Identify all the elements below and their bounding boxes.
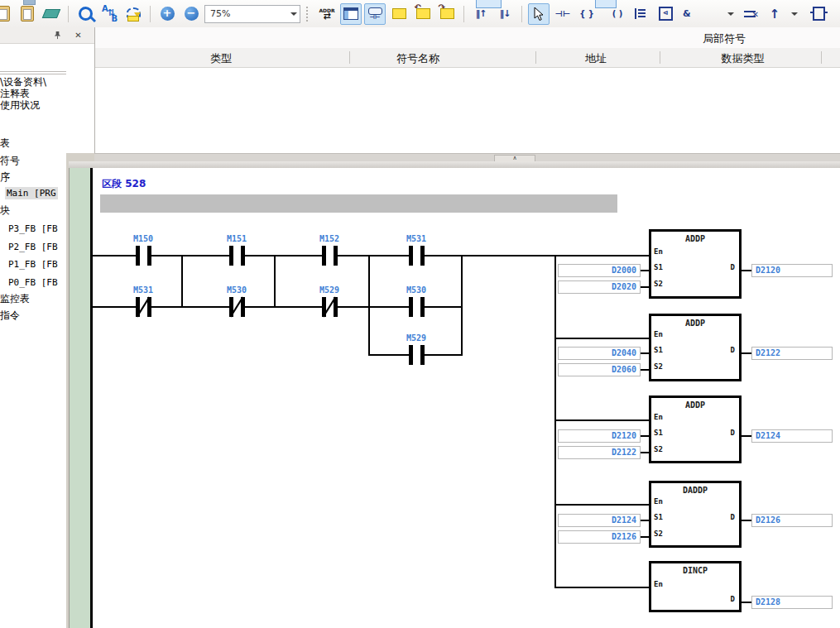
coil-icon: ( ): [612, 9, 623, 18]
zoom-out-button[interactable]: −: [180, 3, 202, 25]
move-up-icon: ↑: [770, 7, 780, 22]
fb-daddp[interactable]: DADDP En S1 S2 D: [649, 481, 742, 548]
erase-button[interactable]: [41, 3, 62, 25]
network-undo-left-button[interactable]: ↶: [412, 3, 434, 25]
pin-button[interactable]: [51, 29, 64, 41]
network-tool-button[interactable]: [631, 3, 652, 25]
comment-toggle-button[interactable]: ⊣⊢: [364, 3, 386, 25]
operand-s1[interactable]: D2124: [558, 514, 641, 527]
tree-item-programs[interactable]: 序: [0, 171, 10, 184]
network-undo-right-button[interactable]: ↷: [436, 3, 458, 25]
fb-title: DADDP: [651, 486, 739, 495]
contact-m530-nc[interactable]: M530: [215, 285, 258, 317]
symbol-table-toggle-button[interactable]: [340, 3, 362, 25]
fb-port-s1: S1: [654, 263, 663, 271]
tree-item-symbols[interactable]: 符号: [0, 155, 20, 167]
ladder-editor[interactable]: 区段 528 M150 M151 M152 M531 M531: [69, 168, 840, 628]
copy-button[interactable]: [0, 3, 14, 25]
contact-tool-button[interactable]: ⊣⊢: [552, 3, 574, 25]
operand-s1[interactable]: D2000: [558, 264, 641, 277]
contact-m529-no[interactable]: M529: [395, 333, 438, 365]
and-dropdown-button[interactable]: [724, 3, 737, 25]
contact-m531-no[interactable]: M531: [395, 234, 438, 266]
toolbar-separator: [306, 7, 310, 22]
zoom-dropdown-arrow[interactable]: [288, 7, 300, 22]
search-button[interactable]: [74, 3, 96, 25]
wire: [555, 504, 649, 506]
replace-button[interactable]: A⇅B: [98, 3, 120, 25]
operand-s2[interactable]: D2126: [558, 530, 641, 544]
contact-m530-no[interactable]: M530: [395, 285, 438, 317]
tree-item-device-data[interactable]: \设备资料\: [0, 76, 46, 89]
tree-item-table[interactable]: 表: [0, 137, 10, 150]
zoom-level-combobox[interactable]: 75%: [204, 5, 300, 23]
zoom-in-button[interactable]: +: [156, 3, 178, 25]
tree-item-usage-status[interactable]: 使用状况: [0, 99, 40, 112]
fb-port-s1: S1: [654, 513, 663, 521]
delete-network-button[interactable]: ✕: [740, 3, 761, 25]
column-separator: [535, 51, 536, 64]
goto-button[interactable]: [122, 3, 144, 25]
no-contact-symbol: [409, 297, 425, 317]
fb-addp-2[interactable]: ADDP En S1 S2 D: [649, 314, 742, 381]
operand-d[interactable]: D2126: [751, 514, 833, 527]
operand-s2[interactable]: D2020: [558, 280, 641, 294]
contact-m529-nc[interactable]: M529: [308, 285, 351, 317]
tree-item-monitor-table[interactable]: 监控表: [0, 293, 30, 305]
fb-title: ADDP: [651, 400, 739, 410]
column-separator: [821, 51, 822, 64]
network-margin[interactable]: [70, 168, 91, 628]
contact-m152[interactable]: M152: [308, 234, 351, 266]
operand-d[interactable]: D2128: [751, 596, 833, 609]
operand-s2[interactable]: D2122: [558, 446, 641, 459]
select-mode-button[interactable]: [528, 3, 550, 25]
tree-item-instructions[interactable]: 指令: [0, 309, 20, 322]
and-select-combobox[interactable]: &: [679, 3, 722, 25]
tree-item-comment-table[interactable]: 注释表: [0, 88, 30, 100]
tree-item-function-blocks[interactable]: 块: [0, 204, 10, 217]
contact-label: M151: [215, 234, 258, 244]
fb-port-s1: S1: [654, 346, 663, 354]
contact-m151[interactable]: M151: [215, 234, 258, 266]
close-button[interactable]: ✕: [72, 29, 84, 41]
operand-d[interactable]: D2124: [751, 429, 833, 443]
operand-s2[interactable]: D2060: [558, 363, 641, 376]
network-activate-button[interactable]: [388, 3, 410, 25]
function-block-button[interactable]: ⊲: [655, 3, 676, 25]
tree-item-p1-fb[interactable]: P1_FB [FB: [8, 258, 58, 271]
operand-s1[interactable]: D2120: [558, 429, 641, 443]
instruction-block-button[interactable]: [808, 3, 829, 25]
wire: [640, 452, 649, 453]
fb-addp-1[interactable]: ADDP En S1 S2 D: [649, 229, 742, 299]
operand-s1[interactable]: D2040: [558, 347, 641, 360]
fb-port-s2: S2: [654, 362, 663, 371]
toolbar-separator: [463, 6, 464, 22]
window-fragment: [595, 0, 617, 8]
fb-addp-3[interactable]: ADDP En S1 S2 D: [649, 395, 742, 463]
no-contact-symbol: [229, 246, 245, 266]
toolbar-separator: [150, 6, 151, 22]
eraser-icon: [42, 9, 60, 18]
insert-row-above-icon: ‖↑: [476, 8, 487, 19]
network-comment-bar[interactable]: [100, 194, 617, 213]
operand-d[interactable]: D2122: [751, 347, 833, 360]
wire: [640, 270, 649, 271]
contact-m531-nc[interactable]: M531: [122, 285, 165, 317]
paste-button[interactable]: [17, 3, 38, 25]
insert-row-below-icon: ‖↓: [500, 8, 511, 19]
tree-item-main-prg[interactable]: Main [PRG: [5, 187, 58, 199]
move-dropdown-button[interactable]: [788, 3, 800, 25]
main-toolbar: A⇅B + − 75% ADDR⇄ ⊣⊢ ↶ ↷ ‖↑ ‖↓ ⊣⊢ { } ( …: [0, 0, 840, 28]
project-tree: \设备资料\ 注释表 使用状况 表 符号 序 Main [PRG 块 P3_FB…: [0, 44, 66, 628]
contact-m150[interactable]: M150: [122, 234, 165, 266]
fb-dincp[interactable]: DINCP En D: [649, 561, 742, 612]
tree-item-p2-fb[interactable]: P2_FB [FB: [8, 241, 58, 253]
address-mode-button[interactable]: ADDR⇄: [316, 3, 338, 25]
wire: [274, 255, 276, 308]
wire: [368, 255, 370, 356]
move-up-button[interactable]: ↑: [764, 3, 785, 25]
toolbar-separator: [521, 6, 522, 22]
tree-item-p0-fb[interactable]: P0_FB [FB: [8, 276, 58, 289]
tree-item-p3-fb[interactable]: P3_FB [FB: [8, 223, 58, 235]
operand-d[interactable]: D2120: [751, 264, 833, 277]
